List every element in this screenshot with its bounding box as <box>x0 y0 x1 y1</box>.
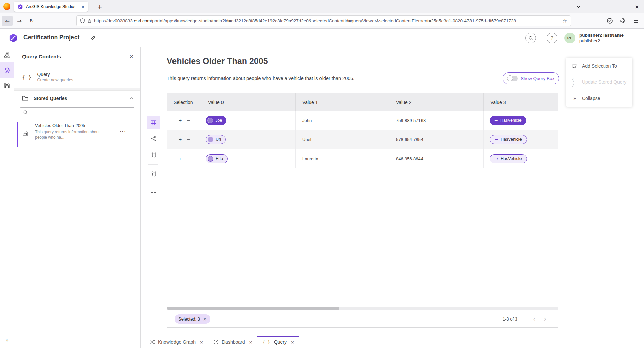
reload-button[interactable]: ↻ <box>26 16 37 26</box>
stored-queries-header[interactable]: Stored Queries <box>14 91 140 106</box>
remove-from-selection-icon[interactable]: − <box>187 156 190 161</box>
table-cell[interactable]: Lauretta <box>296 149 389 168</box>
next-page-button[interactable]: › <box>540 315 550 323</box>
browser-tab-bar: ArcGIS Knowledge Studio × + − × <box>0 0 644 13</box>
stored-query-doc-icon <box>22 130 28 136</box>
tab-dashboard[interactable]: Dashboard × <box>208 336 257 348</box>
panel-title: Query Contents <box>22 54 129 60</box>
user-login: publisher2 <box>579 38 624 44</box>
relationship-pill[interactable]: → HasVehicle <box>490 116 526 125</box>
add-to-selection-icon[interactable]: + <box>178 118 182 123</box>
menu-item-collapse[interactable]: » Collapse <box>566 90 632 106</box>
tab-query[interactable]: { } Query × <box>257 336 299 348</box>
project-title: Certification Project <box>23 34 79 41</box>
left-rail: » <box>0 47 14 348</box>
user-avatar[interactable]: PL <box>564 33 575 43</box>
add-to-selection-icon[interactable]: + <box>178 137 182 142</box>
relationship-pill[interactable]: → HasVehicle <box>490 154 527 163</box>
bookmark-star-icon[interactable]: ☆ <box>563 18 567 24</box>
lock-icon[interactable] <box>87 19 92 23</box>
selected-indicator <box>17 122 18 147</box>
search-button[interactable] <box>525 33 536 43</box>
show-query-box-label: Show Query Box <box>521 76 554 81</box>
tab-knowledge-graph[interactable]: Knowledge Graph × <box>145 336 208 348</box>
back-button[interactable]: ← <box>2 16 13 26</box>
sidebar-item-contents[interactable] <box>0 62 14 78</box>
clear-selection-icon[interactable]: × <box>203 316 207 322</box>
remove-from-selection-icon[interactable]: − <box>187 137 190 142</box>
map-icon <box>150 152 156 158</box>
entity-pill[interactable]: Etta <box>206 154 228 163</box>
tab-close-icon[interactable]: × <box>200 340 203 345</box>
pagination-range: 1-3 of 3 <box>503 316 517 322</box>
sidebar-item-data-model[interactable] <box>0 47 14 62</box>
user-info[interactable]: publisher2 lastName publisher2 <box>579 32 624 44</box>
new-map-view-button[interactable] <box>147 167 160 181</box>
selection-tool-button[interactable] <box>147 183 160 197</box>
table-cell[interactable]: Uriel <box>296 130 389 149</box>
query-item-title: Query <box>37 71 73 77</box>
double-chevron-icon: » <box>572 96 578 101</box>
table-row[interactable]: + − Joe John 759-889-57168 → HasVehicle <box>167 111 558 130</box>
extensions-puzzle-icon[interactable] <box>619 17 626 24</box>
tab-close-icon[interactable]: × <box>81 4 85 9</box>
previous-page-button[interactable]: ‹ <box>529 315 540 323</box>
table-row[interactable]: + − Etta Lauretta 846-956-8644 → HasVehi… <box>167 149 558 168</box>
expand-rail-button[interactable]: » <box>0 335 14 345</box>
new-query-item[interactable]: { } Query Create new queries <box>14 66 140 88</box>
window-minimize-button[interactable]: − <box>601 2 611 12</box>
arcgis-favicon-icon <box>17 4 23 10</box>
column-header[interactable]: Selection <box>167 93 201 111</box>
list-all-tabs-button[interactable] <box>573 2 583 12</box>
tab-close-icon[interactable]: × <box>291 340 294 345</box>
edit-pencil-icon[interactable] <box>90 35 96 41</box>
window-close-button[interactable]: × <box>632 2 642 12</box>
results-table-card: Selection Value 0 Value 1 Value 2 Value … <box>167 93 558 328</box>
firefox-icon[interactable] <box>3 3 10 10</box>
table-row[interactable]: + − Uri Uriel 578-654-7854 → HasVehicle <box>167 130 558 149</box>
show-query-box-toggle[interactable]: Show Query Box <box>503 72 559 84</box>
new-tab-button[interactable]: + <box>95 2 105 12</box>
entity-pill[interactable]: Joe <box>206 116 226 125</box>
tracking-shield-icon[interactable] <box>80 18 85 23</box>
layers-icon <box>4 67 10 73</box>
table-cell[interactable]: John <box>296 111 389 130</box>
table-cell[interactable]: 759-889-57168 <box>389 111 484 130</box>
entity-pill[interactable]: Uri <box>206 135 226 144</box>
menu-item-update-stored-query[interactable]: { } Update Stored Query <box>566 74 632 90</box>
stored-query-item[interactable]: Vehicles Older Than 2005 This query retu… <box>14 121 140 148</box>
window-restore-button[interactable] <box>616 2 626 12</box>
stored-queries-search-input[interactable] <box>30 110 131 115</box>
url-bar[interactable]: https://dev0028833.esri.com/portal/apps/… <box>77 16 571 26</box>
relationship-pill[interactable]: → HasVehicle <box>490 135 527 144</box>
table-cell[interactable]: 846-956-8644 <box>389 149 484 168</box>
scrollbar-thumb[interactable] <box>167 307 339 310</box>
item-options-icon[interactable]: ⋯ <box>120 128 126 135</box>
help-button[interactable]: ? <box>547 33 557 43</box>
menu-hamburger-icon[interactable] <box>632 17 640 24</box>
forward-button[interactable]: → <box>14 16 25 26</box>
stored-query-description: This query returns information about peo… <box>35 129 104 140</box>
add-to-selection-icon[interactable]: + <box>178 156 182 161</box>
menu-item-add-selection-to[interactable]: Add Selection To <box>566 58 632 74</box>
column-header[interactable]: Value 3 <box>484 93 558 111</box>
column-header[interactable]: Value 0 <box>201 93 296 111</box>
panel-close-icon[interactable]: × <box>129 53 134 60</box>
column-header[interactable]: Value 2 <box>389 93 484 111</box>
arrow-right-icon: → <box>495 137 498 142</box>
selected-count-chip[interactable]: Selected: 3 × <box>175 314 210 324</box>
pocket-icon[interactable] <box>606 17 613 24</box>
horizontal-scrollbar[interactable] <box>167 307 558 310</box>
map-view-button[interactable] <box>147 148 160 162</box>
tab-close-icon[interactable]: × <box>249 340 252 345</box>
column-header[interactable]: Value 1 <box>296 93 389 111</box>
sidebar-item-save[interactable] <box>0 78 14 93</box>
table-cell[interactable]: 578-654-7854 <box>389 130 484 149</box>
browser-tab[interactable]: ArcGIS Knowledge Studio × <box>14 2 88 12</box>
link-chart-view-button[interactable] <box>147 132 160 146</box>
user-name: publisher2 lastName <box>579 32 624 38</box>
chevron-up-icon[interactable] <box>129 96 134 101</box>
remove-from-selection-icon[interactable]: − <box>187 118 190 123</box>
table-view-button[interactable] <box>147 116 160 129</box>
entity-dot-icon <box>208 137 213 142</box>
